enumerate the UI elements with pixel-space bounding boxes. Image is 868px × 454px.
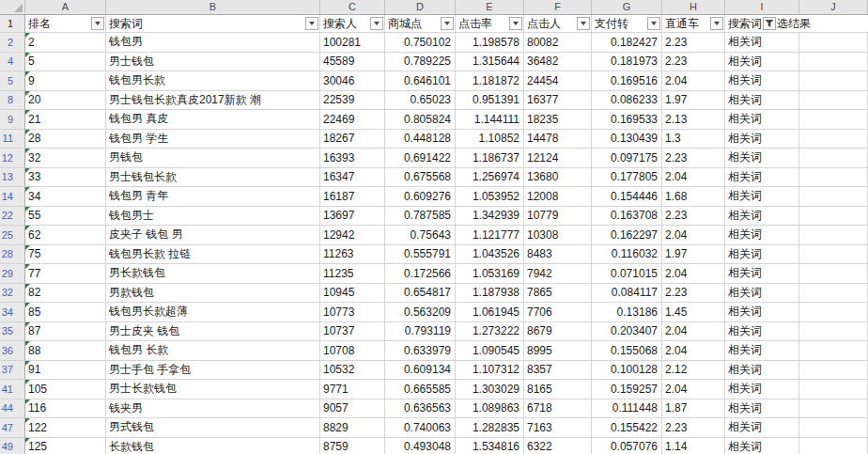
cell-empty[interactable]	[799, 438, 868, 454]
cell-pay-conv[interactable]: 0.086233	[592, 91, 662, 111]
cell-search-volume[interactable]: 12942	[320, 226, 385, 245]
cell-word-type[interactable]: 相关词	[725, 322, 799, 342]
cell-keyword[interactable]: 男式钱包	[106, 418, 320, 438]
cell-click-users[interactable]: 14478	[524, 130, 592, 149]
cell-pay-conv[interactable]: 0.203407	[592, 322, 662, 342]
cell-ztc-price[interactable]: 1.97	[662, 91, 725, 111]
cell-mall-click[interactable]: 0.493048	[385, 438, 456, 454]
row-header[interactable]: 32	[0, 284, 25, 304]
cell-rank[interactable]: 105	[25, 380, 106, 399]
cell-pay-conv[interactable]: 0.155068	[592, 341, 662, 361]
filter-dropdown-button-e[interactable]	[509, 17, 522, 30]
cell-mall-click[interactable]: 0.633979	[385, 341, 456, 361]
cell-mall-click[interactable]: 0.691422	[385, 149, 456, 168]
header-cell-search-volume[interactable]: 搜索人	[320, 15, 385, 33]
cell-ztc-price[interactable]: 2.23	[662, 53, 725, 72]
cell-ctr[interactable]: 0.951391	[456, 91, 524, 111]
cell-pay-conv[interactable]: 0.097175	[592, 149, 662, 168]
cell-rank[interactable]: 85	[25, 303, 106, 322]
cell-mall-click[interactable]: 0.646101	[385, 71, 456, 91]
cell-empty[interactable]	[799, 341, 868, 361]
header-cell-word-type-filter-result[interactable]: 搜索词 选结果	[725, 15, 868, 33]
header-cell-rank[interactable]: 排名	[25, 15, 106, 33]
cell-click-users[interactable]: 8357	[524, 361, 592, 381]
cell-click-users[interactable]: 8679	[524, 322, 592, 342]
cell-ctr[interactable]: 1.10852	[456, 130, 524, 149]
cell-word-type[interactable]: 相关词	[725, 149, 799, 168]
cell-pay-conv[interactable]: 0.169516	[592, 71, 662, 91]
cell-search-volume[interactable]: 18267	[320, 130, 385, 149]
cell-pay-conv[interactable]: 0.111448	[592, 399, 662, 419]
cell-rank[interactable]: 32	[25, 149, 106, 168]
cell-word-type[interactable]: 相关词	[725, 130, 799, 149]
header-cell-mall-click[interactable]: 商城点	[385, 15, 456, 33]
cell-mall-click[interactable]: 0.563209	[385, 303, 456, 322]
cell-pay-conv[interactable]: 0.169533	[592, 110, 662, 130]
cell-pay-conv[interactable]: 0.084117	[592, 284, 662, 304]
cell-ctr[interactable]: 1.053952	[456, 187, 524, 207]
row-header[interactable]: 11	[0, 130, 25, 149]
cell-click-users[interactable]: 80082	[524, 33, 592, 53]
cell-click-users[interactable]: 12008	[524, 187, 592, 207]
cell-ztc-price[interactable]: 1.45	[662, 303, 725, 322]
cell-mall-click[interactable]: 0.609276	[385, 187, 456, 207]
cell-empty[interactable]	[799, 380, 868, 399]
cell-ctr[interactable]: 1.053169	[456, 264, 524, 284]
select-all-corner[interactable]	[0, 0, 25, 14]
cell-keyword[interactable]: 钱包男 青年	[106, 187, 320, 207]
cell-empty[interactable]	[799, 33, 868, 53]
cell-keyword[interactable]: 男士手包 手拿包	[106, 361, 320, 381]
row-header[interactable]: 41	[0, 380, 25, 399]
cell-search-volume[interactable]: 16187	[320, 187, 385, 207]
cell-keyword[interactable]: 钱包男 真皮	[106, 110, 320, 130]
cell-empty[interactable]	[799, 361, 868, 381]
cell-empty[interactable]	[799, 303, 868, 322]
cell-word-type[interactable]: 相关词	[725, 53, 799, 72]
cell-word-type[interactable]: 相关词	[725, 226, 799, 245]
cell-empty[interactable]	[799, 71, 868, 91]
column-header-g[interactable]: G	[592, 0, 662, 14]
cell-ztc-price[interactable]: 2.23	[662, 418, 725, 438]
cell-search-volume[interactable]: 10532	[320, 361, 385, 381]
cell-search-volume[interactable]: 9771	[320, 380, 385, 399]
cell-keyword[interactable]: 钱包男	[106, 33, 320, 53]
cell-keyword[interactable]: 男款钱包	[106, 284, 320, 304]
cell-rank[interactable]: 9	[25, 71, 106, 91]
row-header[interactable]: 37	[0, 361, 25, 381]
cell-pay-conv[interactable]: 0.182427	[592, 33, 662, 53]
filter-dropdown-button-g[interactable]	[647, 17, 660, 30]
cell-ctr[interactable]: 1.534816	[456, 438, 524, 454]
cell-ctr[interactable]: 1.187938	[456, 284, 524, 304]
cell-word-type[interactable]: 相关词	[725, 284, 799, 304]
cell-mall-click[interactable]: 0.665585	[385, 380, 456, 399]
cell-click-users[interactable]: 7942	[524, 264, 592, 284]
cell-keyword[interactable]: 男士皮夹 钱包	[106, 322, 320, 342]
cell-keyword[interactable]: 男长款钱包	[106, 264, 320, 284]
cell-ctr[interactable]: 1.198578	[456, 33, 524, 53]
cell-rank[interactable]: 62	[25, 226, 106, 245]
cell-click-users[interactable]: 12124	[524, 149, 592, 168]
cell-mall-click[interactable]: 0.75643	[385, 226, 456, 245]
cell-empty[interactable]	[799, 207, 868, 227]
cell-keyword[interactable]: 长款钱包	[106, 438, 320, 454]
cell-empty[interactable]	[799, 91, 868, 111]
row-header[interactable]: 35	[0, 322, 25, 342]
cell-rank[interactable]: 75	[25, 245, 106, 265]
filter-dropdown-button-a[interactable]	[91, 17, 104, 30]
cell-word-type[interactable]: 相关词	[725, 418, 799, 438]
cell-search-volume[interactable]: 10737	[320, 322, 385, 342]
cell-rank[interactable]: 20	[25, 91, 106, 111]
cell-mall-click[interactable]: 0.172566	[385, 264, 456, 284]
cell-mall-click[interactable]: 0.654817	[385, 284, 456, 304]
cell-word-type[interactable]: 相关词	[725, 361, 799, 381]
cell-rank[interactable]: 91	[25, 361, 106, 381]
cell-rank[interactable]: 34	[25, 187, 106, 207]
row-header[interactable]: 8	[0, 91, 25, 111]
cell-pay-conv[interactable]: 0.177805	[592, 168, 662, 188]
row-header[interactable]: 9	[0, 110, 25, 130]
cell-search-volume[interactable]: 16393	[320, 149, 385, 168]
cell-search-volume[interactable]: 100281	[320, 33, 385, 53]
cell-word-type[interactable]: 相关词	[725, 341, 799, 361]
cell-rank[interactable]: 77	[25, 264, 106, 284]
row-header[interactable]: 5	[0, 71, 25, 91]
